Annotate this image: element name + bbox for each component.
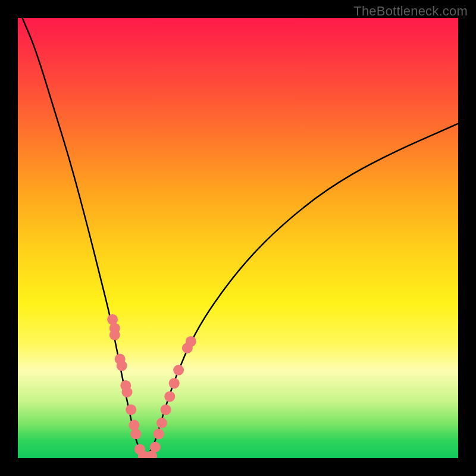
data-point-left-9: [130, 428, 141, 439]
data-point-right-2: [154, 428, 164, 439]
data-point-left-8: [129, 420, 139, 431]
data-point-left-6: [122, 387, 133, 397]
chart-frame: TheBottleneck.com: [0, 0, 476, 476]
data-point-left-7: [126, 405, 136, 415]
data-point-right-6: [169, 378, 180, 389]
data-point-right-3: [156, 418, 167, 428]
data-point-right-1: [150, 442, 161, 453]
data-point-left-2: [109, 330, 120, 340]
plot-area: [18, 18, 458, 458]
data-point-right-9: [186, 336, 196, 347]
data-point-right-4: [161, 405, 171, 415]
curve-layer: [18, 18, 458, 458]
bottleneck-curve: [22, 18, 458, 455]
watermark-text: TheBottleneck.com: [353, 4, 468, 19]
data-point-right-5: [164, 391, 175, 402]
data-point-left-4: [117, 361, 127, 371]
data-point-right-7: [173, 365, 184, 375]
